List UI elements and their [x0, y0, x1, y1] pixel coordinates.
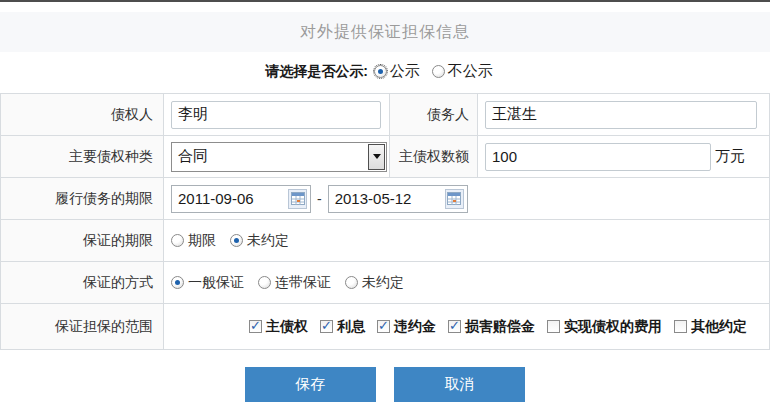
- checkbox-other-icon[interactable]: [674, 320, 687, 333]
- performance-period-label: 履行债务的期限: [1, 178, 164, 219]
- radio-unagreed-method-label: 未约定: [362, 274, 404, 292]
- radio-unagreed-period-icon[interactable]: [230, 234, 243, 247]
- save-button[interactable]: 保存: [245, 367, 376, 402]
- checkbox-option-damages[interactable]: 损害赔偿金: [448, 318, 535, 336]
- checkbox-option-penalty[interactable]: 违约金: [377, 318, 436, 336]
- debtor-input[interactable]: [485, 101, 757, 129]
- radio-not-public-label: 不公示: [448, 62, 493, 81]
- date-range-separator: -: [317, 191, 322, 207]
- page-title: 对外提供保证担保信息: [300, 22, 470, 43]
- checkbox-penalty-label: 违约金: [394, 318, 436, 336]
- checkbox-option-interest[interactable]: 利息: [320, 318, 365, 336]
- cancel-button[interactable]: 取消: [394, 367, 525, 402]
- guarantee-form-table: 债权人 债务人 主要债权种类 合同 主债权数额 万元 履行债务的期限: [0, 93, 770, 350]
- row-guarantee-method: 保证的方式 一般保证 连带保证 未约定: [1, 262, 769, 304]
- radio-option-term[interactable]: 期限: [171, 232, 216, 250]
- publicity-row: 请选择是否公示: 公示 不公示: [0, 58, 770, 85]
- page-header: 对外提供保证担保信息: [0, 12, 770, 52]
- row-creditor-debtor: 债权人 债务人: [1, 94, 769, 136]
- radio-public-label: 公示: [390, 62, 420, 81]
- checkbox-option-principal-claim[interactable]: 主债权: [249, 318, 308, 336]
- period-start-input[interactable]: 2011-09-06: [171, 185, 311, 213]
- row-performance-period: 履行债务的期限 2011-09-06 -: [1, 178, 769, 220]
- debt-amount-label: 主债权数额: [389, 136, 478, 177]
- period-end-input[interactable]: 2013-05-12: [328, 185, 468, 213]
- debt-type-selected-value: 合同: [178, 147, 208, 166]
- debt-amount-input[interactable]: [485, 143, 711, 171]
- guarantee-method-label: 保证的方式: [1, 262, 164, 303]
- calendar-icon: [291, 192, 305, 205]
- calendar-button-end[interactable]: [445, 189, 464, 209]
- debtor-label: 债务人: [389, 94, 478, 135]
- creditor-input[interactable]: [171, 101, 381, 129]
- guarantee-scope-label: 保证担保的范围: [1, 304, 164, 349]
- select-dropdown-button[interactable]: [368, 144, 385, 170]
- checkbox-interest-label: 利息: [337, 318, 365, 336]
- row-guarantee-period: 保证的期限 期限 未约定: [1, 220, 769, 262]
- checkbox-option-realization-costs[interactable]: 实现债权的费用: [547, 318, 662, 336]
- checkbox-option-other[interactable]: 其他约定: [674, 318, 747, 336]
- checkbox-principal-claim-label: 主债权: [266, 318, 308, 336]
- radio-option-joint-guarantee[interactable]: 连带保证: [258, 274, 331, 292]
- radio-not-public-icon[interactable]: [432, 65, 445, 78]
- radio-option-unagreed-period[interactable]: 未约定: [230, 232, 289, 250]
- action-buttons: 保存 取消: [0, 367, 770, 402]
- row-guarantee-scope: 保证担保的范围 主债权 利息 违约金 损害赔偿金 实现债权的费用: [1, 304, 769, 350]
- checkbox-damages-icon[interactable]: [448, 320, 461, 333]
- radio-option-public[interactable]: 公示: [374, 62, 420, 81]
- calendar-button-start[interactable]: [288, 189, 307, 209]
- guarantee-period-label: 保证的期限: [1, 220, 164, 261]
- radio-term-icon[interactable]: [171, 234, 184, 247]
- checkbox-penalty-icon[interactable]: [377, 320, 390, 333]
- checkbox-interest-icon[interactable]: [320, 320, 333, 333]
- radio-general-guarantee-label: 一般保证: [188, 274, 244, 292]
- period-end-value: 2013-05-12: [335, 190, 445, 207]
- radio-general-guarantee-icon[interactable]: [171, 276, 184, 289]
- top-divider: [0, 0, 770, 2]
- checkbox-damages-label: 损害赔偿金: [465, 318, 535, 336]
- radio-joint-guarantee-label: 连带保证: [275, 274, 331, 292]
- radio-term-label: 期限: [188, 232, 216, 250]
- chevron-down-icon: [373, 154, 381, 159]
- radio-option-general-guarantee[interactable]: 一般保证: [171, 274, 244, 292]
- calendar-icon: [447, 192, 461, 205]
- radio-unagreed-method-icon[interactable]: [345, 276, 358, 289]
- radio-joint-guarantee-icon[interactable]: [258, 276, 271, 289]
- creditor-label: 债权人: [1, 94, 164, 135]
- checkbox-realization-costs-icon[interactable]: [547, 320, 560, 333]
- checkbox-principal-claim-icon[interactable]: [249, 320, 262, 333]
- checkbox-realization-costs-label: 实现债权的费用: [564, 318, 662, 336]
- row-debt-type-amount: 主要债权种类 合同 主债权数额 万元: [1, 136, 769, 178]
- publicity-label: 请选择是否公示:: [265, 63, 368, 81]
- radio-unagreed-period-label: 未约定: [247, 232, 289, 250]
- debt-amount-unit: 万元: [715, 147, 745, 166]
- checkbox-other-label: 其他约定: [691, 318, 747, 336]
- debt-type-label: 主要债权种类: [1, 136, 164, 177]
- debt-type-select[interactable]: 合同: [171, 142, 387, 172]
- period-start-value: 2011-09-06: [178, 190, 288, 207]
- radio-public-icon[interactable]: [374, 65, 387, 78]
- radio-option-not-public[interactable]: 不公示: [432, 62, 493, 81]
- radio-option-unagreed-method[interactable]: 未约定: [345, 274, 404, 292]
